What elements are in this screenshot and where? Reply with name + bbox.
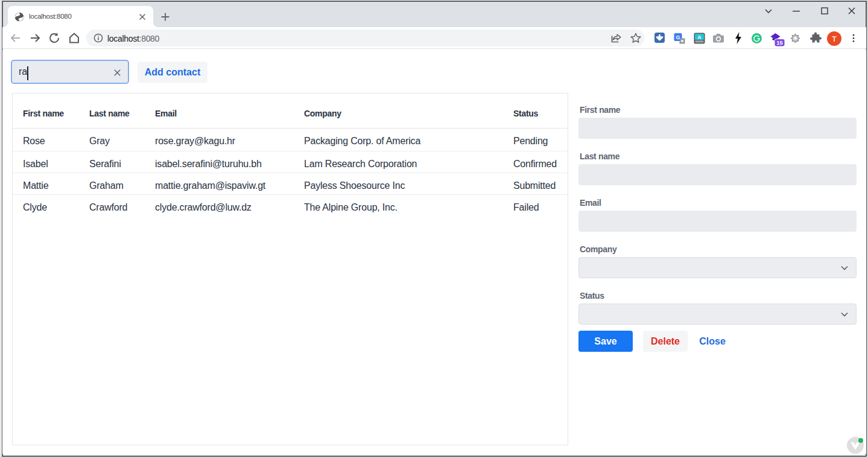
svg-text:T: T bbox=[832, 34, 837, 43]
svg-text:G: G bbox=[676, 34, 680, 40]
svg-text:15: 15 bbox=[776, 39, 783, 46]
svg-text:A: A bbox=[697, 34, 702, 40]
